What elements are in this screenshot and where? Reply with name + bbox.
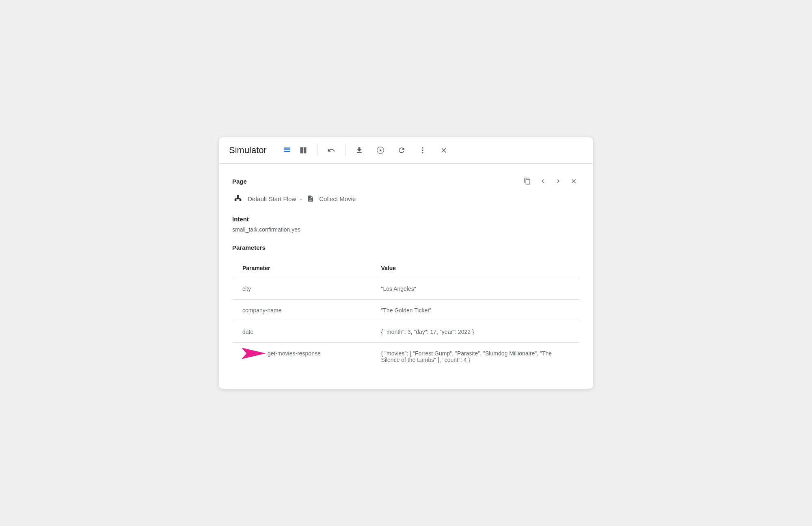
refresh-icon xyxy=(397,146,406,154)
intent-section: Intent small_talk.confirmation.yes xyxy=(232,216,580,233)
toolbar-divider-2 xyxy=(345,145,346,156)
value-cell: { "movies": [ "Forrest Gump", "Parasite"… xyxy=(371,343,580,371)
param-cell: city xyxy=(233,278,371,300)
toolbar-divider xyxy=(317,145,317,156)
split-view-button[interactable] xyxy=(296,143,311,158)
next-button[interactable] xyxy=(552,175,564,187)
param-cell: get-movies-response xyxy=(233,343,371,371)
param-cell: date xyxy=(233,321,371,343)
prev-button[interactable] xyxy=(537,175,549,187)
more-icon xyxy=(419,146,427,154)
content-area: Page xyxy=(219,164,593,389)
chevron-left-icon xyxy=(539,177,546,185)
svg-rect-0 xyxy=(284,147,290,149)
table-row: date{ "month": 3, "day": 17, "year": 202… xyxy=(233,321,580,343)
close-icon xyxy=(440,146,448,154)
value-cell: "The Golden Ticket" xyxy=(371,300,580,321)
page-section: Page xyxy=(232,175,580,204)
download-button[interactable] xyxy=(352,143,367,158)
flow-icon xyxy=(232,193,244,204)
simulator-panel: Simulator xyxy=(219,137,593,389)
page-name: Collect Movie xyxy=(319,195,356,202)
page-section-header: Page xyxy=(232,175,580,187)
page-label: Page xyxy=(232,178,247,185)
chevron-right-icon xyxy=(555,177,562,185)
flow-node-icon xyxy=(233,194,242,203)
breadcrumb-separator: - xyxy=(300,195,302,202)
split-view-icon xyxy=(299,146,307,154)
more-button[interactable] xyxy=(415,143,430,158)
param-column-header: Parameter xyxy=(233,258,371,278)
clipboard-icon xyxy=(524,177,531,185)
flow-name: Default Start Flow xyxy=(248,195,296,202)
document-icon xyxy=(307,195,314,202)
parameters-section: Parameters Parameter Value city"Los Ange… xyxy=(232,244,580,371)
svg-rect-2 xyxy=(284,151,290,152)
page-breadcrumb: Default Start Flow - Collect Movie xyxy=(232,193,580,204)
table-row: company-name"The Golden Ticket" xyxy=(233,300,580,321)
simulator-title: Simulator xyxy=(229,145,267,156)
svg-rect-3 xyxy=(300,147,303,154)
table-row: city"Los Angeles" xyxy=(233,278,580,300)
intent-value: small_talk.confirmation.yes xyxy=(232,226,580,233)
list-view-button[interactable] xyxy=(280,143,294,158)
list-view-icon xyxy=(283,146,291,154)
table-header-row: Parameter Value xyxy=(233,258,580,278)
refresh-button[interactable] xyxy=(394,143,409,158)
parameters-label: Parameters xyxy=(232,244,266,251)
parameters-table: Parameter Value city"Los Angeles"company… xyxy=(232,258,580,371)
svg-point-7 xyxy=(422,147,423,149)
intent-label: Intent xyxy=(232,216,249,223)
undo-icon xyxy=(327,146,335,154)
close-button[interactable] xyxy=(436,143,451,158)
pink-arrow-icon xyxy=(238,346,267,361)
download-icon xyxy=(355,146,363,154)
value-column-header: Value xyxy=(371,258,580,278)
collapse-icon xyxy=(570,177,577,185)
svg-rect-1 xyxy=(284,149,290,151)
undo-button[interactable] xyxy=(324,143,339,158)
svg-point-9 xyxy=(422,152,423,153)
value-cell: { "month": 3, "day": 17, "year": 2022 } xyxy=(371,321,580,343)
value-cell: "Los Angeles" xyxy=(371,278,580,300)
page-controls xyxy=(521,175,580,187)
svg-point-8 xyxy=(422,149,423,151)
param-cell: company-name xyxy=(233,300,371,321)
collapse-button[interactable] xyxy=(568,175,580,187)
play-button[interactable] xyxy=(373,143,388,158)
clipboard-button[interactable] xyxy=(521,175,533,187)
svg-marker-6 xyxy=(380,149,382,152)
play-icon xyxy=(376,146,384,154)
table-row: get-movies-response{ "movies": [ "Forres… xyxy=(233,343,580,371)
toolbar-icons xyxy=(280,143,311,158)
toolbar: Simulator xyxy=(219,137,593,164)
svg-rect-4 xyxy=(304,147,307,154)
page-file-icon xyxy=(306,194,315,203)
